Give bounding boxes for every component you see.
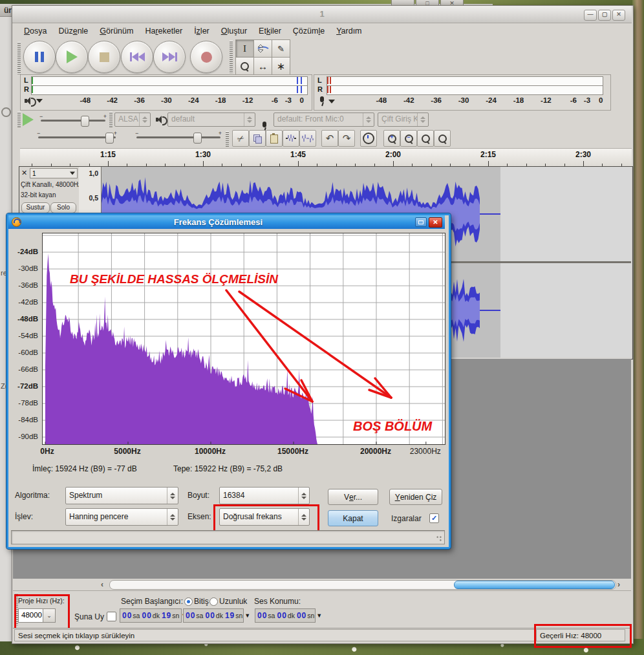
meter-menu[interactable] [25, 97, 43, 105]
track-close-button[interactable]: ✕ [21, 169, 27, 177]
selection-end-field[interactable]: 00sa00dk19sn▼ [183, 608, 244, 623]
fit-selection-button[interactable] [417, 130, 434, 147]
draw-tool-button[interactable]: ✎ [272, 39, 290, 58]
zoom-tool-button[interactable] [235, 57, 254, 75]
menu-hareketler[interactable]: Hareketler [139, 25, 188, 38]
input-volume-slider[interactable]: −+ [136, 136, 220, 138]
zoom-in-button[interactable]: + [383, 130, 400, 147]
play-button[interactable] [56, 41, 88, 73]
spectrum-plot[interactable] [42, 233, 445, 445]
solo-button[interactable]: Solo [50, 202, 76, 213]
function-select[interactable]: Hanning pencere [65, 508, 178, 526]
axis-select[interactable]: Doğrusal frekans [219, 508, 310, 526]
time-digit[interactable]: 00 [297, 611, 306, 620]
replot-button[interactable]: Yeniden Çiz [389, 489, 442, 505]
envelope-tool-button[interactable] [253, 39, 272, 58]
recording-meter[interactable]: L R -48-42-36-30-24-18-12-6-30 [314, 74, 611, 111]
sync-lock-button[interactable] [360, 130, 377, 147]
cut-button[interactable]: ✂ [232, 130, 249, 147]
end-radio[interactable] [184, 597, 193, 606]
time-digit[interactable]: 00 [186, 611, 195, 620]
playback-speed-slider[interactable]: −+ [41, 120, 105, 122]
menu-etkiler[interactable]: Etkiler [253, 25, 287, 38]
resize-grip[interactable] [435, 535, 443, 542]
time-digit[interactable]: 00 [122, 611, 132, 620]
scrollbar-thumb[interactable] [454, 581, 615, 589]
horizontal-scrollbar[interactable] [109, 580, 616, 590]
silence-audio-button[interactable] [299, 130, 316, 147]
recording-device-select[interactable]: default: Front Mic:0 [274, 113, 374, 127]
dialog-minimize-button[interactable] [415, 217, 427, 227]
pause-button[interactable] [23, 41, 56, 73]
close-dialog-button[interactable]: Kapat [328, 510, 378, 526]
close-button[interactable]: ✕ [612, 10, 625, 21]
menu-çözümle[interactable]: Çözümle [287, 25, 330, 38]
meter-zero-mark [330, 86, 331, 93]
copy-button[interactable] [249, 130, 266, 147]
pause-icon [35, 52, 44, 62]
peak-hold-mark [297, 77, 298, 84]
audio-position-field[interactable]: 00sa00dk00sn▼ [255, 608, 316, 623]
dialog-titlebar[interactable]: Frekans Çözümlemesi ✕ [8, 215, 445, 229]
playback-device-select[interactable]: default [167, 113, 255, 127]
skip-end-button[interactable] [153, 41, 186, 73]
project-rate-select[interactable]: 48000 ⌄ [18, 608, 56, 623]
output-volume-slider[interactable]: −+ [38, 136, 116, 138]
grids-checkbox[interactable]: ✓ [429, 513, 439, 523]
chevron-down-icon[interactable]: ▼ [244, 612, 250, 619]
selection-tool-button[interactable]: I [235, 39, 254, 58]
time-digit[interactable]: 00 [277, 611, 286, 620]
menu-görünüm[interactable]: Görünüm [94, 25, 139, 38]
stop-button[interactable] [88, 41, 120, 73]
chevron-down-icon[interactable]: ▼ [316, 612, 322, 619]
menu-yardım[interactable]: Yardım [330, 25, 367, 38]
toolbar-grip[interactable] [226, 131, 229, 147]
scroll-right-arrow[interactable]: › [617, 580, 620, 589]
recording-channels-select[interactable]: Çift Giriş K [378, 113, 429, 127]
mute-button[interactable]: Sustur [21, 202, 50, 213]
time-digit[interactable]: 19 [162, 611, 171, 620]
track-menu[interactable]: 1 [30, 168, 78, 178]
dialog-close-icon-button[interactable]: ✕ [429, 217, 442, 228]
trim-audio-button[interactable] [283, 130, 299, 147]
toolbar-grip[interactable] [109, 112, 113, 127]
audio-host-select[interactable]: ALSA [114, 113, 151, 127]
time-digit[interactable]: 00 [142, 611, 151, 620]
length-radio[interactable] [209, 597, 218, 606]
menu-düzenle[interactable]: Düzenle [52, 25, 94, 38]
meter-menu[interactable] [319, 96, 335, 107]
toolbar-grip[interactable] [17, 42, 21, 74]
time-digit[interactable]: 19 [225, 611, 235, 620]
export-button[interactable]: Ver... [328, 489, 378, 505]
time-digit[interactable]: 00 [257, 611, 267, 620]
menu-oluştur[interactable]: Oluştur [215, 25, 253, 38]
redo-button[interactable]: ↷ [338, 130, 355, 147]
toolbar-grip[interactable] [230, 41, 233, 73]
minimize-button[interactable]: — [584, 10, 597, 21]
playback-meter[interactable]: L R -48-42-36-30-24-18-12-6-30 [20, 74, 312, 111]
selection-start-field[interactable]: 00sa00dk19sn▼ [120, 608, 182, 623]
paste-button[interactable] [266, 130, 283, 147]
scroll-left-arrow[interactable]: ‹ [101, 580, 103, 589]
play-at-speed-button[interactable] [23, 113, 34, 126]
background-fragment-icon [1, 107, 11, 117]
algorithm-select[interactable]: Spektrum [65, 487, 178, 504]
timeline-ruler[interactable]: 1:151:301:452:002:152:30 [20, 148, 632, 167]
maximize-button[interactable]: ▢ [598, 10, 611, 21]
skip-start-button[interactable] [121, 41, 153, 73]
multi-tool-button[interactable]: ∗ [272, 57, 290, 75]
snap-to-checkbox[interactable] [107, 612, 116, 621]
zoom-out-button[interactable]: − [400, 130, 417, 147]
menu-i̇zler[interactable]: İzler [188, 25, 215, 38]
window-titlebar[interactable]: 1 [12, 6, 632, 23]
menu-dosya[interactable]: Dosya [18, 25, 52, 38]
db-axis-label: -66dB [11, 365, 38, 373]
size-select[interactable]: 16384 [219, 487, 310, 504]
undo-button[interactable]: ↶ [321, 130, 338, 147]
fit-project-button[interactable] [434, 130, 451, 147]
timeline-tick [488, 161, 489, 166]
toolbar-grip[interactable] [17, 112, 21, 127]
time-digit[interactable]: 00 [205, 611, 215, 620]
record-button[interactable] [190, 41, 222, 73]
timeshift-tool-button[interactable]: ↔ [253, 57, 272, 75]
